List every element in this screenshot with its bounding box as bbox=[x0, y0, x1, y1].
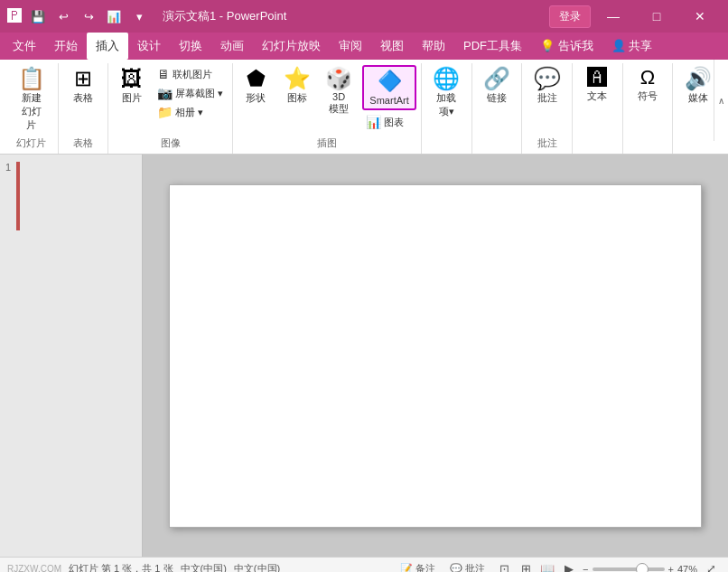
link-icon: 🔗 bbox=[483, 68, 510, 89]
comment-icon: 💬 bbox=[534, 68, 561, 89]
ribbon-collapse-button[interactable]: ∧ bbox=[714, 60, 728, 141]
ribbon-group-illustrations: ⬟ 形状 ⭐ 图标 🎲 3D模型 🔷 SmartArt bbox=[233, 63, 422, 154]
close-button[interactable]: ✕ bbox=[679, 3, 721, 30]
smartart-button[interactable]: 🔷 SmartArt bbox=[362, 65, 416, 110]
table-button[interactable]: ⊞ 表格 bbox=[65, 65, 101, 108]
link-button[interactable]: 🔗 链接 bbox=[479, 65, 515, 108]
menu-help[interactable]: 帮助 bbox=[413, 33, 454, 60]
slide-number-1: 1 bbox=[5, 162, 11, 173]
screenshot-button[interactable]: 📷 屏幕截图 ▾ bbox=[154, 84, 227, 102]
group-label-links bbox=[480, 148, 515, 154]
3d-models-button[interactable]: 🎲 3D模型 bbox=[321, 65, 357, 118]
title-bar-right: 登录 — □ ✕ bbox=[549, 3, 721, 30]
menu-transitions[interactable]: 切换 bbox=[170, 33, 211, 60]
slide-info: 幻灯片 第 1 张，共 1 张 bbox=[69, 562, 173, 572]
save-quick-btn[interactable]: 💾 bbox=[27, 5, 49, 27]
chart-button[interactable]: 📊 图表 bbox=[362, 113, 416, 131]
outline-view-button[interactable]: ⊞ bbox=[516, 560, 536, 573]
smartart-chart-group: 🔷 SmartArt 📊 图表 bbox=[362, 65, 416, 131]
menu-share[interactable]: 👤 共享 bbox=[602, 33, 662, 60]
zoom-out-btn[interactable]: − bbox=[583, 564, 588, 573]
window-title: 演示文稿1 - PowerPoint bbox=[163, 8, 286, 24]
comments-icon: 💬 bbox=[450, 563, 462, 572]
ribbon: 📋 新建幻灯片 幻灯片 ⊞ 表格 表格 bbox=[0, 60, 728, 155]
group-label-comments: 批注 bbox=[529, 135, 565, 154]
zoom-slider[interactable] bbox=[593, 567, 665, 571]
comment-button[interactable]: 💬 批注 bbox=[529, 65, 565, 108]
undo-quick-btn[interactable]: ↩ bbox=[52, 5, 74, 27]
login-button[interactable]: 登录 bbox=[549, 5, 591, 28]
media-button[interactable]: 🔊 媒体 bbox=[680, 65, 716, 108]
zoom-in-btn[interactable]: + bbox=[668, 564, 674, 573]
icons-icon: ⭐ bbox=[284, 68, 311, 89]
menu-home[interactable]: 开始 bbox=[45, 33, 87, 60]
group-label-symbols bbox=[630, 148, 666, 154]
table-icon: ⊞ bbox=[74, 68, 92, 89]
ribbon-group-text: 🅰 文本 bbox=[573, 63, 623, 154]
screenshot-icon: 📷 bbox=[157, 86, 173, 100]
menu-design[interactable]: 设计 bbox=[128, 33, 170, 60]
group-label-slides: 幻灯片 bbox=[13, 135, 51, 154]
maximize-button[interactable]: □ bbox=[636, 3, 677, 30]
addins-button[interactable]: 🌐 加载项▾ bbox=[428, 65, 464, 121]
icons-button[interactable]: ⭐ 图标 bbox=[279, 65, 315, 108]
ribbon-group-images: 🖼 图片 🖥 联机图片 📷 屏幕截图 ▾ 📁 bbox=[108, 63, 233, 154]
zoom-level[interactable]: 47% bbox=[677, 564, 697, 573]
notes-button[interactable]: 📝 备注 bbox=[395, 560, 441, 572]
menu-tell[interactable]: 💡 告诉我 bbox=[531, 33, 602, 60]
group-label-table: 表格 bbox=[66, 135, 101, 154]
present-quick-btn[interactable]: 📊 bbox=[103, 5, 125, 27]
text-button[interactable]: 🅰 文本 bbox=[579, 65, 615, 106]
comments-button[interactable]: 💬 批注 bbox=[444, 560, 490, 572]
group-label-addins bbox=[429, 148, 464, 154]
menu-insert[interactable]: 插入 bbox=[87, 33, 128, 60]
menu-slideshow[interactable]: 幻灯片放映 bbox=[253, 33, 330, 60]
zoom-area: − + 47% bbox=[583, 564, 697, 573]
redo-quick-btn[interactable]: ↪ bbox=[78, 5, 99, 27]
picture-button[interactable]: 🖼 图片 bbox=[114, 65, 150, 108]
media-icon: 🔊 bbox=[685, 68, 712, 89]
image-small-buttons: 🖥 联机图片 📷 屏幕截图 ▾ 📁 相册 ▾ bbox=[154, 65, 227, 121]
text-icon: 🅰 bbox=[587, 68, 607, 88]
ribbon-content: 📋 新建幻灯片 幻灯片 ⊞ 表格 表格 bbox=[0, 60, 728, 154]
menu-bar: 文件 开始 插入 设计 切换 动画 幻灯片放映 审阅 视图 帮助 PDF工具集 … bbox=[0, 33, 728, 60]
more-quick-btn[interactable]: ▾ bbox=[128, 5, 150, 27]
group-label-illustrations: 插图 bbox=[240, 135, 414, 154]
app-icon: 🅿 bbox=[7, 8, 22, 24]
symbol-button[interactable]: Ω 符号 bbox=[630, 65, 666, 106]
language-text: 中文(中国) bbox=[234, 562, 280, 572]
group-label-text bbox=[580, 148, 615, 154]
status-bar: RJZXW.COM 幻灯片 第 1 张，共 1 张 中文(中国) 中文(中国) … bbox=[0, 557, 728, 572]
status-left: RJZXW.COM 幻灯片 第 1 张，共 1 张 中文(中国) 中文(中国) bbox=[7, 562, 280, 572]
slideshow-view-button[interactable]: ▶ bbox=[559, 560, 579, 573]
new-slide-button[interactable]: 📋 新建幻灯片 bbox=[13, 65, 51, 135]
chart-icon: 📊 bbox=[366, 115, 381, 129]
symbol-icon: Ω bbox=[640, 68, 655, 88]
shapes-icon: ⬟ bbox=[247, 68, 266, 89]
status-right: 📝 备注 💬 批注 ⊡ ⊞ 📖 ▶ − + 47% ⤢ bbox=[395, 560, 721, 573]
ribbon-group-links: 🔗 链接 bbox=[472, 63, 523, 154]
canvas-area bbox=[143, 155, 728, 557]
menu-review[interactable]: 审阅 bbox=[330, 33, 371, 60]
ribbon-group-slides: 📋 新建幻灯片 幻灯片 bbox=[5, 63, 59, 154]
menu-view[interactable]: 视图 bbox=[371, 33, 413, 60]
slide-canvas[interactable] bbox=[169, 184, 702, 528]
menu-file[interactable]: 文件 bbox=[4, 33, 45, 60]
album-button[interactable]: 📁 相册 ▾ bbox=[154, 103, 227, 121]
quick-access-toolbar: 💾 ↩ ↪ 📊 ▾ bbox=[27, 5, 150, 27]
fit-slide-button[interactable]: ⤢ bbox=[701, 560, 721, 573]
smartart-icon: 🔷 bbox=[378, 70, 402, 93]
slide-thumbnail-1[interactable] bbox=[16, 162, 20, 230]
watermark-text: RJZXW.COM bbox=[7, 564, 61, 572]
normal-view-button[interactable]: ⊡ bbox=[494, 560, 514, 573]
menu-animations[interactable]: 动画 bbox=[211, 33, 253, 60]
menu-pdf[interactable]: PDF工具集 bbox=[454, 33, 531, 60]
minimize-button[interactable]: — bbox=[593, 3, 634, 30]
new-slide-icon: 📋 bbox=[18, 68, 45, 89]
shapes-button[interactable]: ⬟ 形状 bbox=[238, 65, 274, 108]
online-pictures-button[interactable]: 🖥 联机图片 bbox=[154, 65, 227, 83]
reading-view-button[interactable]: 📖 bbox=[537, 560, 557, 573]
group-label-images: 图像 bbox=[116, 135, 225, 154]
3d-icon: 🎲 bbox=[325, 68, 352, 89]
language-indicator: 中文(中国) bbox=[181, 562, 227, 572]
